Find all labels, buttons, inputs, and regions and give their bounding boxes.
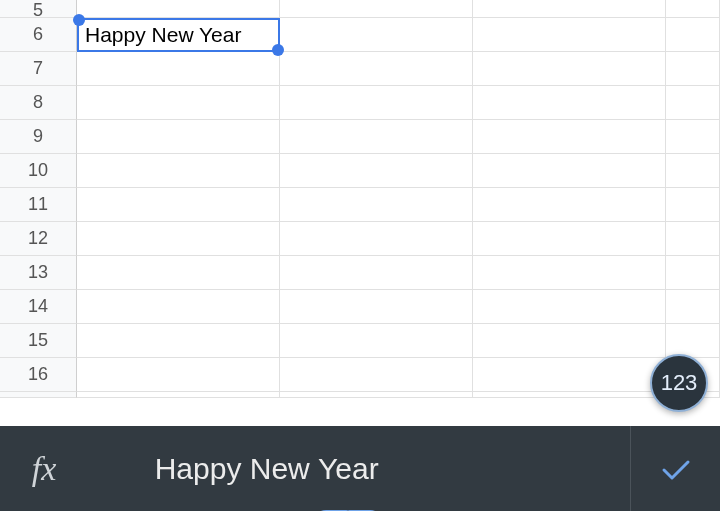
cell-C10[interactable] bbox=[473, 154, 666, 188]
cell-B16[interactable] bbox=[280, 358, 473, 392]
cell-C12[interactable] bbox=[473, 222, 666, 256]
row-header-15[interactable]: 15 bbox=[0, 324, 77, 358]
cell-B5[interactable] bbox=[280, 0, 473, 18]
cell-partial-A[interactable] bbox=[77, 392, 280, 398]
cell-B10[interactable] bbox=[280, 154, 473, 188]
row-header-10[interactable]: 10 bbox=[0, 154, 77, 188]
row-9[interactable]: 9 bbox=[0, 120, 720, 154]
cell-C11[interactable] bbox=[473, 188, 666, 222]
row-header-12[interactable]: 12 bbox=[0, 222, 77, 256]
fx-icon[interactable]: fx bbox=[0, 426, 88, 511]
row-header-13[interactable]: 13 bbox=[0, 256, 77, 290]
formula-text-selected: Year bbox=[318, 452, 379, 485]
row-7[interactable]: 7 bbox=[0, 52, 720, 86]
row-header-14[interactable]: 14 bbox=[0, 290, 77, 324]
cell-B15[interactable] bbox=[280, 324, 473, 358]
cell-A16[interactable] bbox=[77, 358, 280, 392]
row-6[interactable]: 6 bbox=[0, 18, 720, 52]
row-14[interactable]: 14 bbox=[0, 290, 720, 324]
cell-partial-C[interactable] bbox=[473, 392, 666, 398]
cell-B11[interactable] bbox=[280, 188, 473, 222]
row-header-11[interactable]: 11 bbox=[0, 188, 77, 222]
cell-A8[interactable] bbox=[77, 86, 280, 120]
formula-text: Happy New Year bbox=[88, 418, 379, 512]
formula-text-prefix: Happy New bbox=[155, 452, 318, 485]
row-15[interactable]: 15 bbox=[0, 324, 720, 358]
cell-C5[interactable] bbox=[473, 0, 666, 18]
cell-B9[interactable] bbox=[280, 120, 473, 154]
cell-C14[interactable] bbox=[473, 290, 666, 324]
cell-A9[interactable] bbox=[77, 120, 280, 154]
cell-A12[interactable] bbox=[77, 222, 280, 256]
cell-A14[interactable] bbox=[77, 290, 280, 324]
cell-C16[interactable] bbox=[473, 358, 666, 392]
row-header-partial[interactable] bbox=[0, 392, 77, 398]
cell-A11[interactable] bbox=[77, 188, 280, 222]
spreadsheet-grid[interactable]: 5 6 7 8 9 bbox=[0, 0, 720, 426]
cell-C15[interactable] bbox=[473, 324, 666, 358]
row-11[interactable]: 11 bbox=[0, 188, 720, 222]
row-8[interactable]: 8 bbox=[0, 86, 720, 120]
row-header-5[interactable]: 5 bbox=[0, 0, 77, 18]
cell-D7[interactable] bbox=[666, 52, 720, 86]
row-header-8[interactable]: 8 bbox=[0, 86, 77, 120]
formula-input[interactable]: Happy New Year bbox=[88, 426, 630, 511]
confirm-button[interactable] bbox=[630, 426, 720, 511]
row-header-9[interactable]: 9 bbox=[0, 120, 77, 154]
cell-D9[interactable] bbox=[666, 120, 720, 154]
cell-partial-B[interactable] bbox=[280, 392, 473, 398]
cell-A6[interactable] bbox=[77, 18, 280, 52]
cell-A13[interactable] bbox=[77, 256, 280, 290]
cell-D10[interactable] bbox=[666, 154, 720, 188]
checkmark-icon bbox=[656, 449, 696, 489]
cell-B13[interactable] bbox=[280, 256, 473, 290]
cell-D6[interactable] bbox=[666, 18, 720, 52]
row-header-7[interactable]: 7 bbox=[0, 52, 77, 86]
cell-C13[interactable] bbox=[473, 256, 666, 290]
formula-bar: fx Happy New Year bbox=[0, 426, 720, 511]
row-partial[interactable] bbox=[0, 392, 720, 398]
row-12[interactable]: 12 bbox=[0, 222, 720, 256]
cell-B14[interactable] bbox=[280, 290, 473, 324]
cell-D13[interactable] bbox=[666, 256, 720, 290]
row-16[interactable]: 16 bbox=[0, 358, 720, 392]
row-5[interactable]: 5 bbox=[0, 0, 720, 18]
numeric-keypad-button[interactable]: 123 bbox=[650, 354, 708, 412]
row-13[interactable]: 13 bbox=[0, 256, 720, 290]
cell-B6[interactable] bbox=[280, 18, 473, 52]
cell-C7[interactable] bbox=[473, 52, 666, 86]
cell-A10[interactable] bbox=[77, 154, 280, 188]
row-header-6[interactable]: 6 bbox=[0, 18, 77, 52]
numeric-keypad-label: 123 bbox=[661, 370, 698, 396]
row-header-16[interactable]: 16 bbox=[0, 358, 77, 392]
cell-D15[interactable] bbox=[666, 324, 720, 358]
cell-B7[interactable] bbox=[280, 52, 473, 86]
row-10[interactable]: 10 bbox=[0, 154, 720, 188]
cell-A15[interactable] bbox=[77, 324, 280, 358]
cell-A7[interactable] bbox=[77, 52, 280, 86]
cell-D12[interactable] bbox=[666, 222, 720, 256]
cell-B8[interactable] bbox=[280, 86, 473, 120]
cell-C9[interactable] bbox=[473, 120, 666, 154]
cell-C8[interactable] bbox=[473, 86, 666, 120]
cell-D11[interactable] bbox=[666, 188, 720, 222]
cell-D14[interactable] bbox=[666, 290, 720, 324]
cell-C6[interactable] bbox=[473, 18, 666, 52]
cell-D5[interactable] bbox=[666, 0, 720, 18]
cell-A5[interactable] bbox=[77, 0, 280, 18]
cell-D8[interactable] bbox=[666, 86, 720, 120]
cell-B12[interactable] bbox=[280, 222, 473, 256]
